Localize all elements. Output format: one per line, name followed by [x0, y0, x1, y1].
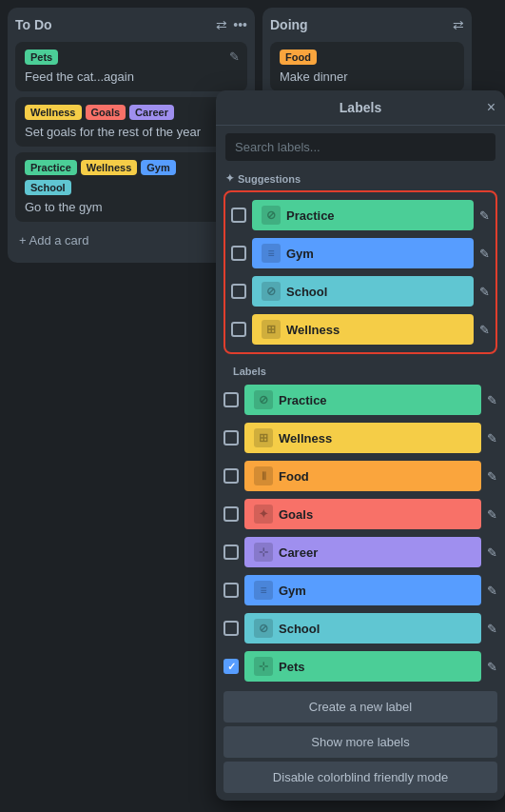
card-pets: Pets ✎ Feed the cat...again [15, 42, 247, 91]
column-todo-menu-icon[interactable]: ••• [233, 17, 247, 32]
label-career: Career [129, 105, 174, 120]
label-gym-icon: ≡ [254, 581, 273, 600]
label-school-badge[interactable]: ⊘ School [244, 613, 481, 644]
suggestion-gym-edit[interactable]: ✎ [479, 247, 490, 261]
label-pets-text: Pets [279, 660, 304, 674]
suggestion-gym-checkbox[interactable] [231, 246, 246, 261]
suggestion-practice-checkbox[interactable] [231, 208, 246, 223]
label-row-school: ⊘ School ✎ [223, 611, 497, 645]
suggestion-practice-text: Practice [286, 208, 335, 223]
label-food-checkbox[interactable] [223, 468, 239, 484]
label-goals-edit[interactable]: ✎ [487, 507, 497, 522]
label-practice: Practice [25, 160, 77, 175]
label-school: School [25, 180, 71, 195]
card-pets-text: Feed the cat...again [25, 69, 238, 84]
card-pets-edit-icon[interactable]: ✎ [229, 50, 240, 64]
label-goals-badge[interactable]: ✦ Goals [244, 499, 481, 529]
suggestion-gym-text: Gym [286, 247, 314, 261]
label-gym-checkbox[interactable] [223, 583, 239, 598]
label-food: Food [280, 50, 317, 65]
label-career-icon: ⊹ [254, 543, 273, 562]
label-practice-checkbox[interactable] [223, 392, 239, 407]
label-row-pets: ⊹ Pets ✎ [223, 649, 497, 683]
disable-colorblind-button[interactable]: Disable colorblind friendly mode [223, 762, 497, 793]
label-school-icon: ⊘ [254, 619, 273, 638]
suggestion-practice-edit[interactable]: ✎ [479, 208, 490, 223]
suggestions-title: ✦ Suggestions [216, 168, 505, 190]
label-pets-checkbox[interactable] [223, 659, 239, 674]
label-wellness-badge[interactable]: ⊞ Wellness [244, 423, 481, 453]
column-todo-title: To Do [15, 17, 52, 32]
label-pets-edit[interactable]: ✎ [487, 660, 497, 674]
suggestion-school-badge[interactable]: ⊘ School [252, 276, 474, 307]
suggestion-practice-badge[interactable]: ⊘ Practice [252, 200, 474, 230]
label-pets-badge[interactable]: ⊹ Pets [244, 651, 481, 682]
card-food: Food Make dinner [270, 42, 464, 91]
label-practice-text: Practice [279, 393, 327, 407]
create-label-button[interactable]: Create a new label [223, 691, 497, 723]
label-practice-badge[interactable]: ⊘ Practice [244, 385, 481, 415]
column-doing-title: Doing [270, 17, 308, 32]
suggestion-school-edit[interactable]: ✎ [479, 285, 490, 299]
popup-close-button[interactable]: × [487, 100, 495, 115]
label-row-wellness: ⊞ Wellness ✎ [223, 421, 497, 455]
label-goals-checkbox[interactable] [223, 506, 239, 522]
label-career-badge[interactable]: ⊹ Career [244, 537, 481, 567]
label-practice-icon: ⊘ [254, 390, 273, 409]
label-gym-edit[interactable]: ✎ [487, 584, 497, 598]
popup-title: Labels [340, 100, 381, 115]
labels-section-title: Labels [223, 362, 497, 383]
label-school-text: School [279, 622, 320, 636]
label-gym: Gym [141, 160, 175, 175]
label-food-edit[interactable]: ✎ [487, 469, 497, 484]
show-more-labels-button[interactable]: Show more labels [223, 726, 497, 758]
suggestion-school-checkbox[interactable] [231, 284, 246, 299]
label-school-edit[interactable]: ✎ [487, 622, 497, 636]
label-wellness-edit[interactable]: ✎ [487, 431, 497, 446]
suggestion-gym-icon: ≡ [262, 244, 281, 263]
label-food-badge[interactable]: ⦀ Food [244, 461, 481, 491]
suggestion-practice: ⊘ Practice ✎ [231, 198, 490, 232]
column-doing-actions: ⇄ [453, 17, 464, 32]
suggestions-icon: ✦ [225, 172, 234, 185]
column-todo-actions: ⇄ ••• [216, 17, 247, 32]
card-pets-labels: Pets [25, 50, 238, 65]
label-goals: Goals [86, 105, 126, 120]
label-goals-icon: ✦ [254, 505, 273, 524]
popup-footer: Create a new label Show more labels Disa… [216, 683, 505, 801]
suggestion-gym: ≡ Gym ✎ [231, 236, 490, 270]
labels-popup: Labels × ✦ Suggestions ⊘ Practice ✎ ≡ Gy… [216, 90, 505, 801]
label-row-food: ⦀ Food ✎ [223, 459, 497, 493]
suggestion-wellness-edit[interactable]: ✎ [479, 323, 490, 337]
label-practice-edit[interactable]: ✎ [487, 393, 497, 407]
label-row-career: ⊹ Career ✎ [223, 535, 497, 569]
label-wellness-icon: ⊞ [254, 428, 273, 447]
popup-header: Labels × [216, 90, 505, 126]
label-row-practice: ⊘ Practice ✎ [223, 383, 497, 417]
suggestion-gym-badge[interactable]: ≡ Gym [252, 238, 474, 268]
label-wellness: Wellness [25, 105, 82, 120]
column-doing-header: Doing ⇄ [270, 17, 464, 32]
label-wellness-text: Wellness [279, 431, 332, 446]
card-food-labels: Food [280, 50, 455, 65]
column-todo-move-icon[interactable]: ⇄ [216, 17, 227, 32]
suggestion-practice-icon: ⊘ [262, 206, 281, 225]
label-gym-text: Gym [279, 584, 306, 598]
label-career-text: Career [279, 545, 318, 560]
search-input[interactable] [225, 133, 495, 161]
suggestion-wellness-checkbox[interactable] [231, 322, 246, 337]
suggestion-wellness-badge[interactable]: ⊞ Wellness [252, 314, 474, 345]
label-wellness-checkbox[interactable] [223, 430, 239, 446]
add-card-button[interactable]: + Add a card [15, 228, 247, 253]
label-goals-text: Goals [279, 507, 313, 522]
card-gym-labels-row1: Practice Wellness Gym [25, 160, 238, 175]
label-food-icon: ⦀ [254, 466, 273, 485]
label-row-gym: ≡ Gym ✎ [223, 573, 497, 607]
column-doing-move-icon[interactable]: ⇄ [453, 17, 464, 32]
label-career-edit[interactable]: ✎ [487, 545, 497, 560]
label-food-text: Food [279, 469, 309, 484]
card-wellness-goals: Wellness Goals Career Set goals for the … [15, 97, 247, 147]
label-career-checkbox[interactable] [223, 545, 239, 560]
label-school-checkbox[interactable] [223, 621, 239, 636]
label-gym-badge[interactable]: ≡ Gym [244, 575, 481, 605]
